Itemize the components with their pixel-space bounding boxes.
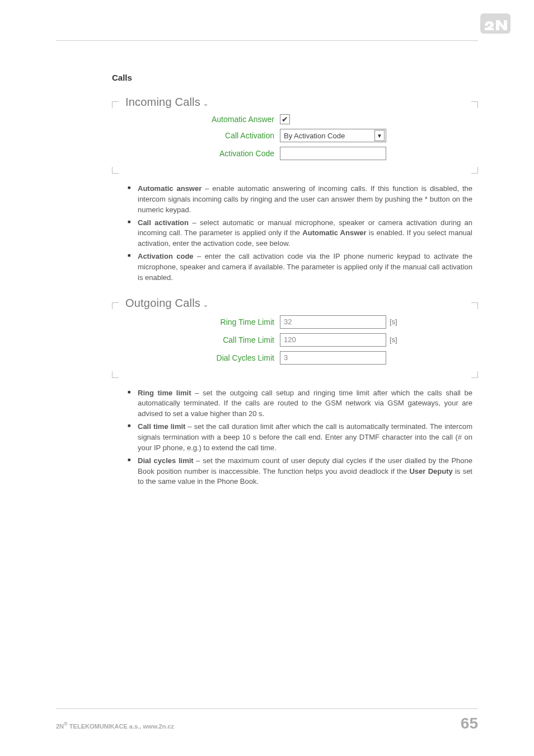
outgoing-calls-description: Ring time limit – set the outgoing call … bbox=[112, 388, 478, 488]
label-call-activation: Call Activation bbox=[112, 131, 280, 140]
legend-outgoing-calls: Outgoing Calls⌄ bbox=[112, 297, 478, 315]
desc-automatic-answer: Automatic answer – enable automatic answ… bbox=[128, 184, 472, 216]
desc-call-activation: Call activation – select automatic or ma… bbox=[128, 218, 472, 250]
desc-call-time-limit: Call time limit – set the call duration … bbox=[128, 422, 472, 454]
header-divider bbox=[56, 40, 478, 41]
page-footer: 2N® TELEKOMUNIKACE a.s., www.2n.cz 65 bbox=[56, 708, 478, 732]
page-number: 65 bbox=[461, 715, 478, 732]
chevron-down-icon: ⌄ bbox=[203, 99, 209, 108]
section-title-calls: Calls bbox=[112, 73, 478, 82]
input-call-time-limit[interactable]: 120 bbox=[280, 333, 386, 347]
fieldset-incoming-calls: Incoming Calls⌄ Automatic Answer ✔ Call … bbox=[112, 96, 478, 174]
select-call-activation[interactable]: By Activation Code ▼ bbox=[280, 129, 386, 142]
input-ring-time-limit[interactable]: 32 bbox=[280, 315, 386, 329]
desc-dial-cycles-limit: Dial cycles limit – set the maximum coun… bbox=[128, 456, 472, 488]
unit-ring-time: [s] bbox=[390, 318, 397, 326]
legend-outgoing-text: Outgoing Calls bbox=[125, 297, 200, 309]
legend-incoming-text: Incoming Calls bbox=[125, 96, 200, 108]
footer-divider bbox=[56, 708, 478, 709]
checkbox-automatic-answer[interactable]: ✔ bbox=[280, 114, 290, 124]
label-ring-time-limit: Ring Time Limit bbox=[112, 318, 280, 326]
label-automatic-answer: Automatic Answer bbox=[112, 115, 280, 124]
input-activation-code[interactable] bbox=[280, 147, 386, 160]
label-dial-cycles-limit: Dial Cycles Limit bbox=[112, 353, 280, 362]
dropdown-arrow-icon: ▼ bbox=[374, 130, 385, 141]
desc-activation-code: Activation code – enter the call activat… bbox=[128, 251, 472, 283]
select-call-activation-value: By Activation Code bbox=[284, 132, 345, 140]
footer-company: 2N® TELEKOMUNIKACE a.s., www.2n.cz bbox=[56, 721, 174, 730]
incoming-calls-description: Automatic answer – enable automatic answ… bbox=[112, 184, 478, 283]
fieldset-outgoing-calls: Outgoing Calls⌄ Ring Time Limit 32 [s] C… bbox=[112, 297, 478, 378]
input-dial-cycles-limit[interactable]: 3 bbox=[280, 351, 386, 365]
legend-incoming-calls: Incoming Calls⌄ bbox=[112, 96, 478, 114]
label-call-time-limit: Call Time Limit bbox=[112, 335, 280, 344]
brand-logo bbox=[480, 13, 510, 34]
chevron-down-icon: ⌄ bbox=[203, 300, 209, 309]
unit-call-time: [s] bbox=[390, 335, 397, 344]
desc-ring-time-limit: Ring time limit – set the outgoing call … bbox=[128, 388, 472, 420]
label-activation-code: Activation Code bbox=[112, 149, 280, 158]
